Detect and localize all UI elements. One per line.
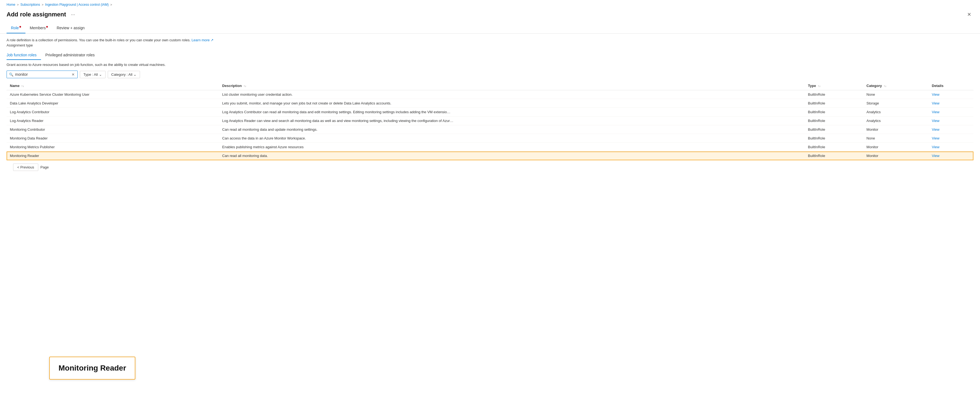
col-description[interactable]: Description ↑↓ — [219, 81, 805, 90]
breadcrumb: Home > Subscriptions > Ingestion Playgro… — [0, 0, 980, 9]
role-name-cell: Monitoring Reader — [6, 151, 219, 160]
role-desc-cell: Log Analytics Contributor can read all m… — [219, 108, 805, 116]
role-details-link[interactable]: View — [929, 116, 974, 125]
roles-table-container: Name ↑↓ Description ↑↓ Type ↑↓ Category … — [6, 81, 974, 160]
role-category-cell: Storage — [863, 99, 929, 108]
role-type-cell: BuiltInRole — [805, 151, 863, 160]
role-name-cell: Monitoring Metrics Publisher — [6, 143, 219, 151]
type-filter-button[interactable]: Type : All ⌄ — [80, 71, 105, 78]
breadcrumb-resource[interactable]: Ingestion Playground | Access control (I… — [45, 3, 109, 6]
category-filter-button[interactable]: Category : All ⌄ — [108, 71, 140, 78]
role-name-cell: Data Lake Analytics Developer — [6, 99, 219, 108]
role-type-cell: BuiltInRole — [805, 143, 863, 151]
learn-more-link[interactable]: Learn more ↗ — [191, 38, 213, 42]
role-category-cell: Analytics — [863, 116, 929, 125]
role-type-cell: BuiltInRole — [805, 134, 863, 143]
role-category-cell: None — [863, 134, 929, 143]
role-category-cell: Analytics — [863, 108, 929, 116]
clear-search-button[interactable]: ✕ — [71, 73, 75, 76]
type-chevron-icon: ⌄ — [99, 73, 102, 76]
role-name-cell: Log Analytics Reader — [6, 116, 219, 125]
col-type[interactable]: Type ↑↓ — [805, 81, 863, 90]
table-row[interactable]: Log Analytics ReaderLog Analytics Reader… — [6, 116, 974, 125]
role-name-cell: Azure Kubernetes Service Cluster Monitor… — [6, 90, 219, 99]
col-details: Details — [929, 81, 974, 90]
tab-review[interactable]: Review + assign — [52, 23, 89, 33]
role-desc-cell: Can read all monitoring data and update … — [219, 125, 805, 134]
role-name-cell: Log Analytics Contributor — [6, 108, 219, 116]
role-category-cell: None — [863, 90, 929, 99]
role-type-cell: BuiltInRole — [805, 99, 863, 108]
role-desc-cell: Can read all monitoring data. — [219, 151, 805, 160]
role-desc-cell: Log Analytics Reader can view and search… — [219, 116, 805, 125]
table-row[interactable]: Azure Kubernetes Service Cluster Monitor… — [6, 90, 974, 99]
name-sort-icon: ↑↓ — [21, 84, 24, 87]
search-input[interactable] — [15, 72, 71, 76]
role-desc-cell: List cluster monitoring user credential … — [219, 90, 805, 99]
table-header-row: Name ↑↓ Description ↑↓ Type ↑↓ Category … — [6, 81, 974, 90]
pagination: < Previous Page — [6, 160, 974, 174]
breadcrumb-home[interactable]: Home — [6, 3, 15, 6]
page-header: Add role assignment ··· ✕ — [0, 9, 980, 23]
role-category-cell: Monitor — [863, 125, 929, 134]
main-tabs: Role Members Review + assign — [0, 23, 980, 33]
role-details-link[interactable]: View — [929, 99, 974, 108]
table-row[interactable]: Log Analytics ContributorLog Analytics C… — [6, 108, 974, 116]
role-desc-cell: Can access the data in an Azure Monitor … — [219, 134, 805, 143]
sub-description: Grant access to Azure resources based on… — [6, 63, 974, 67]
role-type-cell: BuiltInRole — [805, 108, 863, 116]
role-details-link[interactable]: View — [929, 151, 974, 160]
tab-members[interactable]: Members — [25, 23, 52, 33]
role-desc-cell: Lets you submit, monitor, and manage you… — [219, 99, 805, 108]
search-box: 🔍 ✕ — [6, 70, 78, 78]
page-info: Page — [40, 165, 49, 169]
role-details-link[interactable]: View — [929, 125, 974, 134]
roles-table: Name ↑↓ Description ↑↓ Type ↑↓ Category … — [6, 81, 974, 160]
role-type-cell: BuiltInRole — [805, 116, 863, 125]
type-sort-icon: ↑↓ — [818, 84, 821, 87]
sub-tab-job-function[interactable]: Job function roles — [6, 51, 41, 60]
table-row[interactable]: Monitoring Metrics PublisherEnables publ… — [6, 143, 974, 151]
role-type-cell: BuiltInRole — [805, 90, 863, 99]
desc-sort-icon: ↑↓ — [243, 84, 247, 87]
role-name-cell: Monitoring Contributor — [6, 125, 219, 134]
page-title: Add role assignment — [6, 11, 66, 18]
role-description: A role definition is a collection of per… — [6, 38, 974, 42]
role-tab-dot — [19, 26, 21, 28]
role-details-link[interactable]: View — [929, 143, 974, 151]
role-category-cell: Monitor — [863, 143, 929, 151]
breadcrumb-subscriptions[interactable]: Subscriptions — [20, 3, 40, 6]
table-row[interactable]: Monitoring ReaderCan read all monitoring… — [6, 151, 974, 160]
role-desc-cell: Enables publishing metrics against Azure… — [219, 143, 805, 151]
col-name[interactable]: Name ↑↓ — [6, 81, 219, 90]
category-chevron-icon: ⌄ — [134, 73, 137, 76]
role-category-cell: Monitor — [863, 151, 929, 160]
previous-button[interactable]: < Previous — [13, 164, 38, 171]
role-type-cell: BuiltInRole — [805, 125, 863, 134]
role-name-cell: Monitoring Data Reader — [6, 134, 219, 143]
search-icon: 🔍 — [9, 73, 13, 76]
content-area: A role definition is a collection of per… — [0, 33, 980, 178]
role-details-link[interactable]: View — [929, 134, 974, 143]
table-row[interactable]: Monitoring ContributorCan read all monit… — [6, 125, 974, 134]
more-button[interactable]: ··· — [69, 11, 77, 19]
cat-sort-icon: ↑↓ — [884, 84, 886, 87]
table-row[interactable]: Monitoring Data ReaderCan access the dat… — [6, 134, 974, 143]
close-button[interactable]: ✕ — [965, 10, 974, 19]
sub-tab-privileged[interactable]: Privileged administrator roles — [45, 51, 99, 60]
external-link-icon: ↗ — [210, 38, 213, 42]
members-tab-dot — [46, 26, 48, 28]
table-row[interactable]: Data Lake Analytics DeveloperLets you su… — [6, 99, 974, 108]
sub-tabs: Job function roles Privileged administra… — [6, 51, 974, 60]
role-details-link[interactable]: View — [929, 90, 974, 99]
role-details-link[interactable]: View — [929, 108, 974, 116]
filter-row: 🔍 ✕ Type : All ⌄ Category : All ⌄ — [6, 70, 974, 78]
assignment-type-label: Assignment type — [6, 43, 974, 47]
tab-role[interactable]: Role — [6, 23, 25, 33]
col-category[interactable]: Category ↑↓ — [863, 81, 929, 90]
